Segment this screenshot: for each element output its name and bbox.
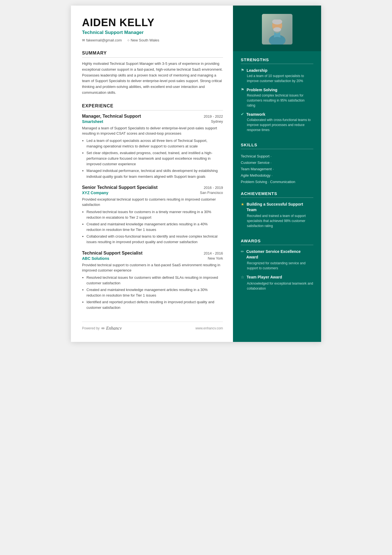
- job-entry-1: Manager, Technical Support 2019 - 2022 S…: [82, 114, 223, 179]
- strength-icon-2: ✔: [241, 112, 244, 117]
- achievements-title: ACHIEVEMENTS: [241, 191, 313, 198]
- award-icon-0: ✏: [241, 249, 244, 254]
- email-icon: ✉: [82, 38, 85, 42]
- strength-icon-0: ⚑: [241, 68, 244, 73]
- awards-title: AWARDS: [241, 238, 313, 245]
- strength-name-0: Leadership: [247, 68, 267, 73]
- job-sub-3: ABC Solutions New York: [82, 256, 223, 261]
- summary-section: SUMMARY Highly motivated Technical Suppo…: [82, 51, 223, 96]
- location-item: ○ New South Wales: [127, 38, 159, 42]
- job-title-3: Technical Support Specialist: [82, 251, 143, 256]
- strength-header-2: ✔ Teamwork: [241, 112, 313, 117]
- job-header-3: Technical Support Specialist 2014 - 2016: [82, 251, 223, 256]
- strength-desc-0: Led a team of 10 support specialists to …: [241, 73, 313, 83]
- job-location-3: New York: [208, 256, 223, 261]
- job-dates-1: 2019 - 2022: [204, 114, 223, 119]
- skills-section: SKILLS Technical Support · Customer Serv…: [233, 136, 321, 185]
- skill-0: Technical Support ·: [241, 153, 313, 159]
- candidate-title: Technical Support Manager: [82, 30, 223, 35]
- achievement-header-0: ★ Building a Successful Support Team: [241, 202, 313, 213]
- candidate-name: AIDEN KELLY: [82, 17, 223, 29]
- summary-title: SUMMARY: [82, 51, 223, 58]
- photo-area: [233, 6, 321, 51]
- job-desc-2: Provided exceptional technical support t…: [82, 197, 223, 208]
- bullet-3-2: Created and maintained knowledge managem…: [86, 287, 223, 298]
- job-desc-3: Provided technical support to customers …: [82, 262, 223, 273]
- job-location-2: San Francisco: [200, 191, 223, 195]
- job-bullets-3: Resolved technical issues for customers …: [82, 275, 223, 311]
- photo-silhouette-svg: [266, 19, 288, 45]
- job-sub-2: XYZ Company San Francisco: [82, 191, 223, 195]
- strength-desc-1: Resolved complex technical issues for cu…: [241, 93, 313, 108]
- strength-item-1: ⚑ Problem Solving Resolved complex techn…: [241, 87, 313, 108]
- bullet-1-2: Set clear objectives, evaluated progress…: [86, 150, 223, 167]
- name-section: AIDEN KELLY Technical Support Manager ✉ …: [82, 17, 223, 42]
- powered-by-label: Powered by: [82, 326, 100, 330]
- experience-section: EXPERIENCE Manager, Technical Support 20…: [82, 103, 223, 311]
- strength-name-2: Teamwork: [246, 112, 265, 117]
- job-title-1: Manager, Technical Support: [82, 114, 141, 119]
- summary-text: Highly motivated Technical Support Manag…: [82, 61, 223, 96]
- skill-2: Team Management ·: [241, 166, 313, 172]
- skill-3: Agile Methodology ·: [241, 172, 313, 179]
- contact-row: ✉ fakeemail@gmail.com ○ New South Wales: [82, 38, 223, 42]
- award-desc-1: Acknowledged for exceptional teamwork an…: [241, 281, 313, 291]
- strength-item-2: ✔ Teamwork Collaborated with cross-funct…: [241, 112, 313, 132]
- job-sub-1: Smartsheet Sydney: [82, 119, 223, 124]
- svg-point-2: [273, 27, 281, 32]
- bullet-1-1: Led a team of support specialists across…: [86, 138, 223, 149]
- strength-header-0: ⚑ Leadership: [241, 68, 313, 73]
- job-dates-2: 2016 - 2019: [204, 186, 223, 190]
- brand-name: Enhancv: [106, 326, 122, 331]
- job-dates-3: 2014 - 2016: [204, 251, 223, 255]
- achievements-section: ACHIEVEMENTS ★ Building a Successful Sup…: [233, 185, 321, 232]
- job-entry-3: Technical Support Specialist 2014 - 2016…: [82, 251, 223, 311]
- enhancv-logo-icon: ∞: [101, 326, 104, 331]
- job-header-1: Manager, Technical Support 2019 - 2022: [82, 114, 223, 119]
- skills-title: SKILLS: [241, 142, 313, 149]
- award-1: ☆ Team Player Award Acknowledged for exc…: [241, 275, 313, 291]
- job-company-3: ABC Solutions: [82, 256, 109, 261]
- bullet-3-1: Resolved technical issues for customers …: [86, 275, 223, 286]
- footer: Powered by ∞ Enhancv www.enhancv.com: [82, 322, 223, 331]
- bullet-3-3: Identified and reported product defects …: [86, 299, 223, 310]
- bullet-2-2: Created and maintained knowledge managem…: [86, 221, 223, 233]
- achievement-icon-0: ★: [241, 202, 244, 207]
- bullet-2-1: Resolved technical issues for customers …: [86, 209, 223, 220]
- profile-photo: [262, 14, 292, 45]
- bullet-1-3: Managed individual performance, technica…: [86, 168, 223, 179]
- skill-4: Problem Solving · Communication: [241, 179, 313, 185]
- strength-icon-1: ⚑: [241, 87, 244, 92]
- strengths-section: STRENGTHS ⚑ Leadership Led a team of 10 …: [233, 51, 321, 136]
- award-0: ✏ Customer Service Excellence Award Reco…: [241, 249, 313, 271]
- location-icon: ○: [127, 38, 130, 42]
- job-bullets-2: Resolved technical issues for customers …: [82, 209, 223, 245]
- job-location-1: Sydney: [211, 119, 223, 124]
- job-company-2: XYZ Company: [82, 191, 108, 195]
- strengths-title: STRENGTHS: [241, 57, 313, 64]
- achievement-0: ★ Building a Successful Support Team Rec…: [241, 202, 313, 228]
- job-bullets-1: Led a team of support specialists across…: [82, 138, 223, 179]
- footer-brand: Powered by ∞ Enhancv: [82, 326, 122, 331]
- achievement-name-0: Building a Successful Support Team: [247, 202, 313, 213]
- email-item: ✉ fakeemail@gmail.com: [82, 38, 122, 42]
- award-name-0: Customer Service Excellence Award: [246, 249, 313, 260]
- award-header-0: ✏ Customer Service Excellence Award: [241, 249, 313, 260]
- skill-1: Customer Service ·: [241, 159, 313, 166]
- experience-title: EXPERIENCE: [82, 103, 223, 110]
- strength-header-1: ⚑ Problem Solving: [241, 87, 313, 92]
- job-header-2: Senior Technical Support Specialist 2016…: [82, 185, 223, 190]
- strength-desc-2: Collaborated with cross-functional teams…: [241, 117, 313, 132]
- job-title-2: Senior Technical Support Specialist: [82, 185, 158, 190]
- award-desc-0: Recognized for outstanding service and s…: [241, 261, 313, 271]
- resume-container: AIDEN KELLY Technical Support Manager ✉ …: [71, 6, 321, 342]
- bullet-2-3: Collaborated with cross-functional teams…: [86, 234, 223, 245]
- award-icon-1: ☆: [241, 275, 244, 280]
- right-panel: STRENGTHS ⚑ Leadership Led a team of 10 …: [233, 6, 321, 342]
- left-panel: AIDEN KELLY Technical Support Manager ✉ …: [71, 6, 233, 342]
- award-header-1: ☆ Team Player Award: [241, 275, 313, 280]
- strength-item-0: ⚑ Leadership Led a team of 10 support sp…: [241, 68, 313, 83]
- strength-name-1: Problem Solving: [247, 88, 277, 92]
- job-company-1: Smartsheet: [82, 119, 103, 124]
- location-value: New South Wales: [131, 38, 159, 42]
